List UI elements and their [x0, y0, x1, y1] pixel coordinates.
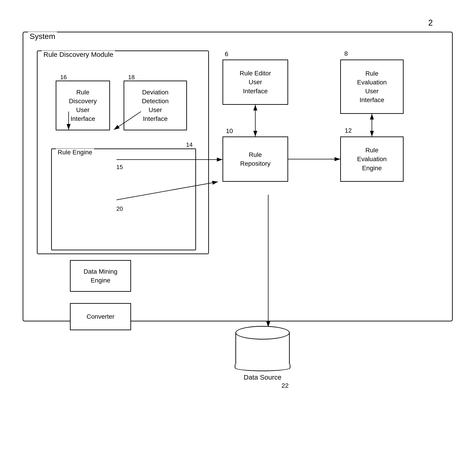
ref-10: 10 [226, 127, 233, 135]
rule-evaluation-engine-box: RuleEvaluationEngine [340, 136, 403, 182]
rule-discovery-module-box: Rule Discovery Module 16 18 RuleDiscover… [37, 51, 209, 254]
deviation-detection-ui-box: DeviationDetectionUserInterface [124, 81, 187, 130]
rule-evaluation-ui-box: RuleEvaluationUserInterface [340, 60, 403, 114]
rule-repository-box: RuleRepository [222, 136, 288, 182]
data-source-label: Data Source [230, 374, 295, 381]
ref-22: 22 [230, 382, 295, 389]
rule-evaluation-ui-label: RuleEvaluationUserInterface [355, 67, 389, 107]
rule-editor-ui-label: Rule EditorUserInterface [237, 67, 273, 98]
re-label: Rule Engine [56, 149, 94, 156]
rule-editor-ui-box: Rule EditorUserInterface [222, 60, 288, 105]
rule-engine-box: Rule Engine 15 20 Data MiningEngine Conv… [51, 149, 196, 250]
converter-box: Converter [70, 303, 131, 330]
ref-8: 8 [344, 50, 348, 57]
data-source-area: Data Source 22 [230, 326, 295, 389]
rdm-label: Rule Discovery Module [42, 51, 115, 58]
ref-6: 6 [225, 51, 228, 58]
cylinder-top [235, 326, 290, 340]
rule-repository-label: RuleRepository [238, 148, 273, 170]
cylinder [235, 326, 290, 371]
system-label: System [28, 32, 57, 41]
ref-18: 18 [128, 74, 135, 81]
rule-evaluation-engine-label: RuleEvaluationEngine [355, 143, 389, 175]
ref-16: 16 [60, 74, 67, 81]
ref-15: 15 [116, 164, 123, 171]
converter-label: Converter [84, 310, 117, 323]
data-mining-engine-box: Data MiningEngine [70, 260, 131, 292]
ref-20: 20 [116, 205, 123, 212]
deviation-detection-ui-label: DeviationDetectionUserInterface [140, 85, 171, 126]
rule-discovery-ui-box: RuleDiscoveryUserInterface [56, 81, 110, 130]
rule-discovery-ui-label: RuleDiscoveryUserInterface [67, 85, 99, 126]
data-mining-engine-label: Data MiningEngine [81, 265, 119, 287]
system-box: System Rule Discovery Module 16 18 RuleD… [23, 32, 453, 322]
diagram-root: 2 System Rule Discovery Module 16 18 Rul… [14, 14, 455, 462]
cylinder-bottom-arc [235, 364, 290, 371]
ref-14: 14 [186, 141, 193, 148]
ref-2: 2 [428, 18, 433, 28]
ref-12: 12 [345, 127, 352, 134]
